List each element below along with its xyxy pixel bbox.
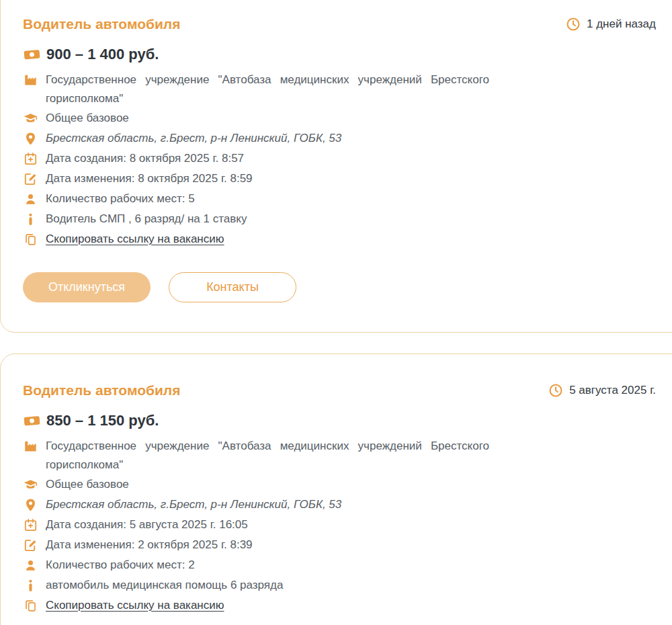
date-modified: Дата изменения: 2 октября 2025 г. 8:39 xyxy=(46,535,253,555)
date-created: Дата создания: 5 августа 2025 г. 16:05 xyxy=(46,515,248,535)
date-created-row: Дата создания: 5 августа 2025 г. 16:05 xyxy=(23,515,656,535)
calendar-plus-icon xyxy=(23,515,38,535)
copy-link-row: Скопировать ссылку на вакансию xyxy=(23,229,656,249)
edit-icon xyxy=(23,535,38,555)
education-level: Общее базовое xyxy=(46,108,129,128)
banknote-icon xyxy=(23,413,41,429)
location-text: Брестская область, г.Брест, р-н Ленински… xyxy=(46,495,341,515)
posted-date-label: 5 августа 2025 г. xyxy=(569,381,656,400)
posted-date-label: 1 дней назад xyxy=(587,15,656,34)
copy-vacancy-link[interactable]: Скопировать ссылку на вакансию xyxy=(46,595,224,616)
clock-icon xyxy=(548,383,563,398)
workplaces-row: Количество рабочих мест: 2 xyxy=(23,555,656,575)
apply-button[interactable]: Откликнуться xyxy=(23,272,151,302)
card-actions: Откликнуться Контакты xyxy=(23,272,656,302)
graduation-cap-icon xyxy=(23,474,38,495)
location-text: Брестская область, г.Брест, р-н Ленински… xyxy=(46,128,341,149)
person-icon xyxy=(23,555,38,575)
map-pin-icon xyxy=(23,495,38,515)
clock-icon xyxy=(566,17,581,32)
workplaces-count: Количество рабочих мест: 5 xyxy=(46,189,195,209)
posted-date: 5 августа 2025 г. xyxy=(548,381,656,400)
person-icon xyxy=(23,189,38,209)
vacancy-card: Водитель автомобиля 5 августа 2025 г. 85… xyxy=(0,353,672,625)
vacancy-details: Государственное учреждение "Автобаза мед… xyxy=(23,436,656,616)
calendar-plus-icon xyxy=(23,149,38,169)
details-row: Водитель СМП , 6 разряд/ на 1 ставку xyxy=(23,209,656,229)
factory-icon xyxy=(23,436,38,455)
card-header: Водитель автомобиля 5 августа 2025 г. xyxy=(23,381,656,400)
copy-icon xyxy=(23,595,38,616)
details-row: автомобиль медицинская помощь 6 разряда xyxy=(23,575,656,595)
salary-value: 900 – 1 400 руб. xyxy=(46,44,159,65)
location-row: Брестская область, г.Брест, р-н Ленински… xyxy=(23,495,656,515)
info-icon xyxy=(23,209,38,229)
vacancy-title[interactable]: Водитель автомобиля xyxy=(23,381,180,400)
education-row: Общее базовое xyxy=(23,108,656,128)
map-pin-icon xyxy=(23,128,38,149)
education-level: Общее базовое xyxy=(46,474,129,495)
date-modified-row: Дата изменения: 8 октября 2025 г. 8:59 xyxy=(23,169,656,189)
graduation-cap-icon xyxy=(23,108,38,128)
copy-icon xyxy=(23,229,38,249)
company-row: Государственное учреждение "Автобаза мед… xyxy=(23,70,656,108)
banknote-icon xyxy=(23,46,41,62)
date-created-row: Дата создания: 8 октября 2025 г. 8:57 xyxy=(23,149,656,169)
company-name: Государственное учреждение "Автобаза мед… xyxy=(46,70,489,108)
workplaces-row: Количество рабочих мест: 5 xyxy=(23,189,656,209)
edit-icon xyxy=(23,169,38,189)
salary-row: 900 – 1 400 руб. xyxy=(23,44,656,65)
details-text: автомобиль медицинская помощь 6 разряда xyxy=(46,575,283,595)
card-header: Водитель автомобиля 1 дней назад xyxy=(23,15,656,34)
location-row: Брестская область, г.Брест, р-н Ленински… xyxy=(23,128,656,149)
salary-row: 850 – 1 150 руб. xyxy=(23,411,656,431)
vacancy-details: Государственное учреждение "Автобаза мед… xyxy=(23,70,656,249)
education-row: Общее базовое xyxy=(23,474,656,495)
company-name: Государственное учреждение "Автобаза мед… xyxy=(46,436,489,474)
date-created: Дата создания: 8 октября 2025 г. 8:57 xyxy=(46,149,244,169)
copy-link-row: Скопировать ссылку на вакансию xyxy=(23,595,656,616)
workplaces-count: Количество рабочих мест: 2 xyxy=(46,555,195,575)
vacancy-title[interactable]: Водитель автомобиля xyxy=(23,15,180,34)
salary-value: 850 – 1 150 руб. xyxy=(46,411,159,431)
factory-icon xyxy=(23,70,38,89)
posted-date: 1 дней назад xyxy=(566,15,656,34)
date-modified: Дата изменения: 8 октября 2025 г. 8:59 xyxy=(46,169,253,189)
company-row: Государственное учреждение "Автобаза мед… xyxy=(23,436,656,474)
details-text: Водитель СМП , 6 разряд/ на 1 ставку xyxy=(46,209,247,229)
contacts-button[interactable]: Контакты xyxy=(169,272,296,302)
vacancy-card: Водитель автомобиля 1 дней назад 900 – 1… xyxy=(0,0,672,333)
copy-vacancy-link[interactable]: Скопировать ссылку на вакансию xyxy=(46,229,224,249)
date-modified-row: Дата изменения: 2 октября 2025 г. 8:39 xyxy=(23,535,656,555)
info-icon xyxy=(23,575,38,595)
